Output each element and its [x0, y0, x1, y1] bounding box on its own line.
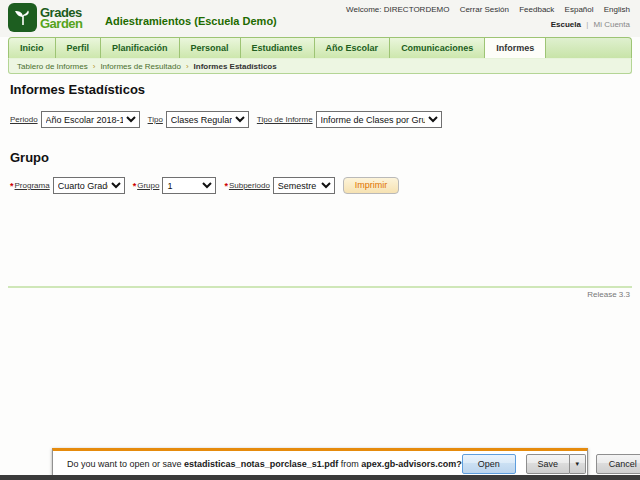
- logo-word-garden: Garden: [40, 18, 83, 29]
- header: Grades Garden Adiestramientos (Escuela D…: [0, 0, 640, 37]
- tab-estudiantes[interactable]: Estudiantes: [241, 38, 315, 58]
- tipo-label[interactable]: Tipo: [148, 115, 163, 124]
- school-link[interactable]: Escuela: [551, 20, 581, 29]
- english-link[interactable]: English: [604, 5, 630, 14]
- breadcrumb-separator-icon: ›: [93, 62, 96, 71]
- breadcrumb-item-resultado[interactable]: Informes de Resultado: [100, 62, 181, 71]
- save-dropdown-arrow[interactable]: ▾: [570, 454, 586, 474]
- programa-label[interactable]: Programa: [15, 181, 50, 190]
- imprimir-button[interactable]: Imprimir: [343, 177, 400, 194]
- account-separator: |: [586, 20, 588, 29]
- welcome-text: Welcome: DIRECTORDEMO: [346, 5, 449, 14]
- my-account-link[interactable]: Mi Cuenta: [594, 20, 630, 29]
- logo-plant-icon: [8, 3, 37, 32]
- tab-ano-escolar[interactable]: Año Escolar: [315, 38, 391, 58]
- tab-inicio[interactable]: Inicio: [9, 38, 56, 58]
- tipo-select[interactable]: Clases Regulares: [166, 111, 249, 128]
- release-version: Release 3.3: [587, 290, 630, 299]
- grupo-label[interactable]: Grupo: [137, 181, 159, 190]
- open-button[interactable]: Open: [462, 454, 516, 474]
- required-marker: *: [133, 181, 137, 191]
- tab-comunicaciones[interactable]: Comunicaciones: [390, 38, 485, 58]
- page: Grades Garden Adiestramientos (Escuela D…: [0, 0, 640, 480]
- tab-planificacion[interactable]: Planificación: [101, 38, 180, 58]
- group-filter-row: * Programa Cuarto Grado * Grupo 1 * Subp…: [10, 177, 632, 194]
- bottom-edge-strip: [0, 475, 640, 480]
- account-line: Escuela | Mi Cuenta: [551, 20, 630, 29]
- download-message-middle: from: [341, 459, 359, 469]
- breadcrumb-item-estadisticos: Informes Estadísticos: [194, 62, 277, 71]
- breadcrumb: Tablero de Informes › Informes de Result…: [8, 58, 632, 74]
- subperiodo-label[interactable]: Subperiodo: [229, 181, 270, 190]
- download-notification-bar: Do you want to open or save estadisticas…: [52, 448, 588, 477]
- grupo-select[interactable]: 1: [162, 177, 216, 194]
- periodo-label[interactable]: Periodo: [10, 115, 38, 124]
- spanish-link[interactable]: Español: [565, 5, 594, 14]
- tabstrip-filler: [546, 38, 631, 58]
- welcome-line: Welcome: DIRECTORDEMO Cerrar Sesión Feed…: [346, 5, 630, 14]
- breadcrumb-separator-icon: ›: [186, 62, 189, 71]
- download-message: Do you want to open or save estadisticas…: [67, 459, 462, 469]
- page-title: Adiestramientos (Escuela Demo): [105, 15, 277, 27]
- logo: Grades Garden: [8, 3, 83, 32]
- report-filter-row: Periodo Año Escolar 2018-19 Tipo Clases …: [10, 111, 632, 128]
- tab-perfil[interactable]: Perfil: [56, 38, 102, 58]
- download-message-prefix: Do you want to open or save: [67, 459, 182, 469]
- logo-text: Grades Garden: [40, 7, 83, 29]
- required-marker: *: [224, 181, 228, 191]
- tipo-informe-label[interactable]: Tipo de Informe: [257, 115, 313, 124]
- feedback-link[interactable]: Feedback: [519, 5, 554, 14]
- download-filename: estadisticas_notas_porclase_s1.pdf: [184, 459, 338, 469]
- required-marker: *: [10, 181, 14, 191]
- tipo-informe-select[interactable]: Informe de Clases por Grupo: [316, 111, 442, 128]
- logout-link[interactable]: Cerrar Sesión: [460, 5, 509, 14]
- group-heading: Grupo: [10, 150, 632, 165]
- download-domain: apex.gb-advisors.com?: [361, 459, 462, 469]
- download-buttons: Open Save ▾ Cancel ×: [462, 453, 640, 475]
- nav-tabs: Inicio Perfil Planificación Personal Est…: [8, 37, 632, 58]
- section-heading: Informes Estadísticos: [10, 82, 632, 97]
- breadcrumb-item-tablero[interactable]: Tablero de Informes: [17, 62, 88, 71]
- programa-select[interactable]: Cuarto Grado: [53, 177, 125, 194]
- tab-informes[interactable]: Informes: [485, 38, 546, 58]
- cancel-button[interactable]: Cancel: [596, 454, 640, 474]
- save-button[interactable]: Save: [526, 454, 570, 474]
- main-content: Informes Estadísticos Periodo Año Escola…: [8, 76, 632, 194]
- footer-divider: [8, 286, 632, 288]
- tab-personal[interactable]: Personal: [180, 38, 241, 58]
- subperiodo-select[interactable]: Semestre 1: [273, 177, 335, 194]
- periodo-select[interactable]: Año Escolar 2018-19: [41, 111, 140, 128]
